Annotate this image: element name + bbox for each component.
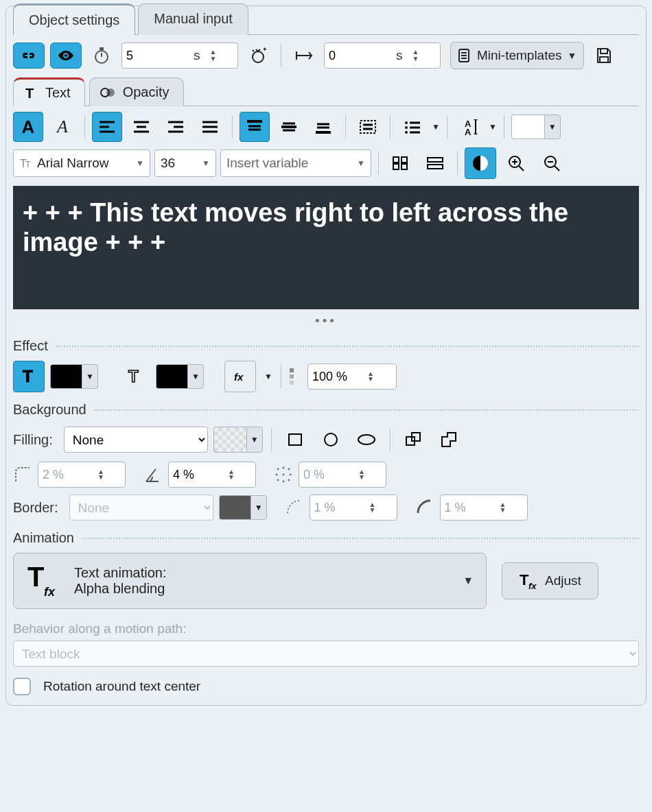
- duration-input[interactable]: s ▲▼: [121, 43, 238, 69]
- adjust-icon: Tfx: [519, 571, 538, 590]
- contrast-toggle[interactable]: [465, 147, 496, 179]
- shape-union-button[interactable]: [399, 425, 429, 455]
- section-effect-label: Effect: [13, 338, 48, 354]
- save-button[interactable]: [590, 43, 618, 69]
- svg-point-84: [283, 481, 285, 483]
- filling-texture-dropdown[interactable]: ▼: [246, 427, 263, 453]
- italic-button[interactable]: A: [47, 112, 78, 142]
- offset-input[interactable]: s ▲▼: [324, 43, 441, 69]
- effect-opacity-stepper[interactable]: ▲▼: [363, 371, 378, 382]
- filling-texture[interactable]: ▼: [213, 427, 263, 453]
- opacity-indicator-icon: [290, 367, 302, 386]
- outline-color-dropdown[interactable]: ▼: [187, 364, 204, 389]
- align-right-button[interactable]: [161, 112, 191, 142]
- svg-rect-54: [401, 157, 407, 163]
- visibility-toggle[interactable]: [50, 43, 82, 69]
- outline-color-picker[interactable]: ▼: [156, 364, 204, 389]
- svg-text:T: T: [23, 367, 33, 385]
- shape-subtract-button[interactable]: [434, 425, 465, 455]
- shape-circle-button[interactable]: [316, 425, 346, 455]
- border-width-input[interactable]: ▲▼: [310, 494, 397, 521]
- align-left-button[interactable]: [92, 112, 122, 142]
- angle-value[interactable]: [169, 468, 224, 482]
- corner-radius-input[interactable]: ▲▼: [38, 462, 126, 488]
- resize-gripper[interactable]: •••: [13, 313, 639, 329]
- duration-stepper[interactable]: ▲▼: [207, 49, 220, 62]
- effect-opacity-value[interactable]: [308, 370, 363, 384]
- border-color-picker[interactable]: ▼: [219, 495, 267, 520]
- duration-value[interactable]: [122, 43, 191, 68]
- border-width-value[interactable]: [310, 501, 365, 515]
- filling-select[interactable]: None: [64, 427, 208, 453]
- animation-header: Text animation:: [74, 565, 167, 581]
- border-color-dropdown[interactable]: ▼: [251, 495, 267, 520]
- list-button[interactable]: [397, 112, 428, 142]
- text-color-dropdown[interactable]: ▼: [544, 115, 561, 139]
- text-animation-icon: Tfx: [26, 563, 62, 599]
- svg-rect-53: [393, 164, 399, 169]
- align-center-button[interactable]: [126, 112, 156, 142]
- font-family-value: Arial Narrow: [37, 156, 132, 171]
- insert-variable-select[interactable]: Insert variable ▼: [220, 150, 371, 177]
- align-justify-button[interactable]: [195, 112, 225, 142]
- svg-point-74: [358, 435, 375, 444]
- effect-opacity-input[interactable]: ▲▼: [307, 363, 397, 390]
- border-radius-value[interactable]: [441, 501, 496, 515]
- text-fill-toggle[interactable]: T: [13, 361, 45, 392]
- font-size-select[interactable]: 36 ▼: [154, 150, 216, 177]
- link-toggle[interactable]: [13, 43, 45, 69]
- offset-stepper[interactable]: ▲▼: [410, 49, 422, 62]
- animation-select[interactable]: Tfx Text animation: Alpha blending ▼: [13, 553, 487, 609]
- zoom-in-button[interactable]: [500, 147, 532, 179]
- sub-tabs: T Text Opacity: [13, 77, 639, 106]
- adjust-button[interactable]: Tfx Adjust: [502, 562, 598, 599]
- angle-input[interactable]: ▲▼: [168, 462, 256, 488]
- zoom-out-button[interactable]: [536, 147, 568, 179]
- valign-middle-button[interactable]: [274, 112, 304, 142]
- subtab-text[interactable]: T Text: [13, 77, 85, 106]
- offset-value[interactable]: [325, 43, 393, 68]
- fill-color-dropdown[interactable]: ▼: [82, 364, 98, 389]
- spread-input[interactable]: ▲▼: [299, 462, 386, 488]
- subtab-opacity[interactable]: Opacity: [89, 77, 184, 106]
- list-dropdown[interactable]: ▼: [432, 122, 440, 132]
- align-rows-button[interactable]: [420, 148, 450, 178]
- svg-rect-2: [100, 47, 104, 50]
- shape-ellipse-button[interactable]: [351, 425, 382, 455]
- fit-text-button[interactable]: [353, 112, 383, 142]
- font-family-select[interactable]: TT Arial Narrow ▼: [13, 150, 150, 177]
- text-preview[interactable]: + + + This text moves right to left acro…: [13, 186, 639, 309]
- duration-unit: s: [191, 48, 207, 63]
- svg-point-78: [283, 467, 285, 469]
- bold-button[interactable]: A: [13, 112, 43, 142]
- border-select: None: [69, 494, 213, 521]
- spread-value[interactable]: [299, 468, 354, 482]
- fx-dropdown[interactable]: ▼: [264, 372, 272, 381]
- svg-point-41: [405, 121, 408, 124]
- zoom-out-icon: [543, 154, 561, 172]
- line-spacing-button[interactable]: AA: [454, 112, 485, 142]
- corner-radius-value[interactable]: [38, 468, 93, 482]
- line-spacing-dropdown[interactable]: ▼: [489, 122, 497, 132]
- text-icon: T: [23, 86, 38, 101]
- mini-templates-dropdown[interactable]: Mini-templates ▼: [450, 42, 584, 69]
- svg-point-80: [276, 474, 278, 476]
- text-outline-toggle[interactable]: T: [119, 361, 150, 392]
- align-columns-button[interactable]: [386, 148, 416, 178]
- border-width-icon: [285, 498, 304, 517]
- border-row: Border: None ▼ ▲▼ ▲▼: [13, 494, 639, 521]
- valign-top-button[interactable]: [240, 112, 270, 142]
- insert-variable-label: Insert variable: [226, 156, 353, 171]
- text-color-picker[interactable]: ▼: [511, 115, 561, 139]
- shape-rect-button[interactable]: [280, 425, 310, 455]
- tab-object-settings[interactable]: Object settings: [13, 3, 135, 35]
- fx-toggle[interactable]: fx: [224, 361, 256, 392]
- fill-color-picker[interactable]: ▼: [50, 364, 98, 389]
- save-icon: [594, 46, 614, 65]
- valign-bottom-button[interactable]: [308, 112, 338, 142]
- rotation-checkbox[interactable]: [13, 678, 31, 695]
- reset-duration-button[interactable]: ✦: [244, 43, 272, 69]
- svg-point-82: [290, 474, 292, 476]
- tab-manual-input[interactable]: Manual input: [138, 3, 248, 35]
- border-radius-input[interactable]: ▲▼: [440, 494, 528, 521]
